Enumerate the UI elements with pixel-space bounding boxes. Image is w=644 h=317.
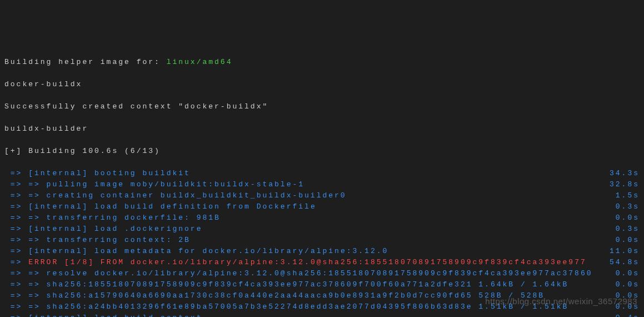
step-time: 11.0s bbox=[604, 246, 640, 257]
step-arrow: => => bbox=[4, 280, 47, 289]
step-arrow: => => bbox=[4, 214, 47, 222]
step-arrow: => => bbox=[4, 191, 47, 200]
build-step-row: => ERROR [1/8] FROM docker.io/library/al… bbox=[4, 257, 640, 268]
step-arrow: => => bbox=[4, 236, 47, 244]
context-created-line: Successfully created context "docker-bui… bbox=[4, 101, 640, 112]
watermark: https://blog.csdn.net/weixin_36572983 bbox=[485, 296, 637, 307]
build-step-row: => => sha256:185518070891758909c9f839cf4… bbox=[4, 279, 640, 290]
build-step-row: => => creating container buildx_buildkit… bbox=[4, 190, 640, 201]
step-arrow: => => bbox=[4, 180, 47, 189]
step-time: 54.8s bbox=[604, 257, 640, 268]
step-time: 0.0s bbox=[610, 268, 640, 279]
build-step-row: => => pulling image moby/buildkit:buildx… bbox=[4, 179, 640, 190]
step-text: resolve docker.io/library/alpine:3.12.0@… bbox=[47, 269, 593, 278]
build-step-row: => [internal] load metadata for docker.i… bbox=[4, 246, 640, 257]
step-time: 1.5s bbox=[610, 190, 640, 201]
step-arrow: => bbox=[4, 169, 28, 177]
step-time: 0.0s bbox=[610, 235, 640, 246]
build-step-row: => [internal] load build definition from… bbox=[4, 201, 640, 212]
build-steps: => [internal] booting buildkit34.3s => =… bbox=[4, 168, 640, 317]
step-arrow: => bbox=[4, 202, 28, 211]
build-step-row: => => transferring context: 2B0.0s bbox=[4, 235, 640, 246]
build-step-row: => => resolve docker.io/library/alpine:3… bbox=[4, 268, 640, 279]
step-time: 0.0s bbox=[610, 212, 640, 224]
build-step-row: => [internal] booting buildkit34.3s bbox=[4, 168, 640, 179]
step-text: creating container buildx_buildkit_build… bbox=[47, 191, 347, 200]
step-time: 0.3s bbox=[610, 201, 640, 212]
build-step-row: => => transferring dockerfile: 981B0.0s bbox=[4, 212, 640, 224]
step-time: 0.0s bbox=[610, 279, 640, 290]
step-arrow: => bbox=[4, 247, 28, 255]
step-time: 34.3s bbox=[604, 168, 640, 179]
build-step-row: => [internal] load .dockerignore0.3s bbox=[4, 224, 640, 235]
building-progress-line: [+] Building 100.6s (6/13) bbox=[4, 146, 640, 157]
step-text: [internal] load build definition from Do… bbox=[28, 202, 316, 211]
step-text: [internal] load .dockerignore bbox=[28, 225, 202, 233]
step-time: 0.3s bbox=[610, 224, 640, 235]
step-arrow: => bbox=[4, 314, 28, 317]
build-step-row: => [internal] load build context0.4s bbox=[4, 313, 640, 317]
context-name-line: docker-buildx bbox=[4, 79, 640, 90]
step-text: pulling image moby/buildkit:buildx-stabl… bbox=[47, 180, 304, 189]
step-text: [internal] booting buildkit bbox=[28, 169, 191, 177]
step-arrow: => bbox=[4, 225, 28, 233]
step-text: transferring context: 2B bbox=[47, 236, 191, 244]
step-arrow: => => bbox=[4, 303, 47, 311]
build-header-line: Building helper image for: linux/amd64 bbox=[4, 57, 640, 68]
step-time: 32.8s bbox=[604, 179, 640, 190]
step-text: [internal] load build context bbox=[28, 314, 202, 317]
step-arrow: => => bbox=[4, 269, 47, 278]
step-text: transferring dockerfile: 981B bbox=[47, 214, 221, 222]
step-arrow: => => bbox=[4, 291, 47, 300]
step-arrow: => bbox=[4, 258, 28, 266]
step-text: sha256:185518070891758909c9f839cf4ca393e… bbox=[47, 280, 569, 289]
arch-text: linux/amd64 bbox=[167, 58, 233, 66]
step-time: 0.4s bbox=[610, 313, 640, 317]
step-text: sha256:a15790640a6690aa1730c38cf0a440e2a… bbox=[47, 291, 545, 300]
builder-name-line: buildx-builder bbox=[4, 123, 640, 135]
step-text: [internal] load metadata for docker.io/l… bbox=[28, 247, 388, 255]
step-text: ERROR [1/8] FROM docker.io/library/alpin… bbox=[28, 258, 587, 266]
terminal-output: Building helper image for: linux/amd64 d… bbox=[4, 46, 640, 317]
